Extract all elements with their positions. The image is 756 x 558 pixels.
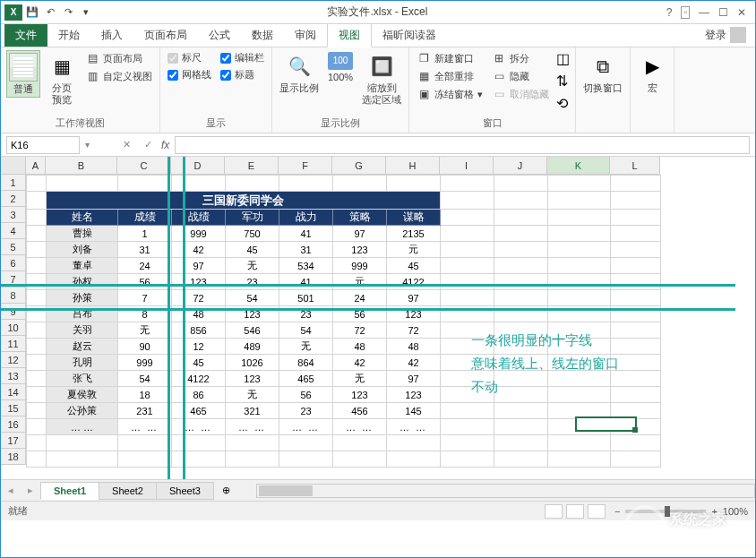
row-header-14[interactable]: 14 (1, 384, 26, 400)
cell[interactable]: 关羽 (47, 322, 118, 339)
row-header-11[interactable]: 11 (1, 336, 26, 352)
cell[interactable]: 战力 (279, 210, 333, 226)
cell[interactable] (548, 290, 611, 306)
column-header-A[interactable]: A (26, 157, 46, 175)
column-header-L[interactable]: L (610, 157, 660, 175)
cell[interactable]: 86 (172, 387, 226, 403)
cell[interactable]: 谋略 (387, 210, 441, 226)
cell[interactable] (611, 451, 661, 468)
cell[interactable] (27, 306, 47, 322)
cell[interactable]: 1 (118, 226, 172, 242)
row-header-6[interactable]: 6 (1, 255, 26, 271)
cell[interactable] (611, 242, 661, 258)
row-header-15[interactable]: 15 (1, 400, 26, 416)
cell[interactable] (279, 176, 333, 192)
cell[interactable]: 145 (387, 403, 441, 419)
cell[interactable] (494, 210, 548, 226)
cell[interactable] (226, 176, 279, 192)
cell[interactable]: 24 (118, 258, 172, 274)
tab-home[interactable]: 开始 (47, 24, 90, 47)
cell[interactable]: 董卓 (47, 258, 118, 274)
ruler-checkbox[interactable]: 标尺 (166, 50, 213, 65)
cell[interactable]: 夏侯敦 (47, 387, 118, 403)
cell[interactable] (611, 435, 661, 451)
cell[interactable]: 456 (333, 403, 387, 419)
cell[interactable]: 999 (172, 226, 226, 242)
zoom-button[interactable]: 🔍显示比例 (278, 50, 321, 96)
select-all-corner[interactable] (1, 157, 26, 175)
cell[interactable] (548, 258, 611, 274)
cell[interactable]: 42 (387, 355, 441, 371)
cell[interactable]: … … (172, 419, 226, 435)
cell[interactable]: 曹操 (47, 226, 118, 242)
cell[interactable]: 54 (226, 290, 279, 306)
cell[interactable]: 4122 (172, 371, 226, 387)
cell[interactable]: 72 (333, 322, 387, 339)
cell[interactable]: … … (47, 419, 118, 435)
cell[interactable] (611, 290, 661, 306)
cell[interactable]: 864 (279, 355, 333, 371)
cell[interactable] (548, 192, 611, 210)
cell[interactable] (494, 419, 548, 435)
cell[interactable]: 三国新委同学会 (47, 192, 441, 210)
cell[interactable]: 48 (387, 339, 441, 355)
column-header-J[interactable]: J (494, 157, 547, 175)
row-header-4[interactable]: 4 (1, 223, 26, 239)
row-header-10[interactable]: 10 (1, 320, 26, 336)
cell[interactable] (611, 419, 661, 435)
cell[interactable]: 1026 (226, 355, 279, 371)
sheet-tab-3[interactable]: Sheet3 (156, 482, 214, 500)
cell[interactable]: 48 (333, 339, 387, 355)
cell[interactable] (611, 274, 661, 290)
cell[interactable]: 123 (226, 306, 279, 322)
cell[interactable] (441, 176, 494, 192)
cell[interactable] (441, 242, 494, 258)
cell[interactable]: 孙策 (47, 290, 118, 306)
cell[interactable]: 72 (172, 290, 226, 306)
cell[interactable] (172, 435, 226, 451)
cell[interactable]: 12 (172, 339, 226, 355)
cell[interactable] (333, 451, 387, 468)
cell[interactable]: 501 (279, 290, 333, 306)
cell[interactable]: 97 (387, 371, 441, 387)
cell[interactable]: 战绩 (172, 210, 226, 226)
zoom-slider[interactable] (625, 510, 706, 513)
page-layout-button[interactable]: ▤页面布局 (83, 50, 154, 66)
login-button[interactable]: 登录 (696, 23, 755, 47)
cell[interactable]: 856 (172, 322, 226, 339)
cell[interactable] (548, 403, 611, 419)
qat-customize-icon[interactable]: ▾ (78, 4, 94, 21)
cell[interactable] (441, 403, 494, 419)
cell[interactable]: 成绩 (118, 210, 172, 226)
cell[interactable]: 31 (279, 242, 333, 258)
cell[interactable]: 2135 (387, 226, 441, 242)
cell[interactable]: 23 (279, 306, 333, 322)
tab-foxit[interactable]: 福昕阅读器 (372, 24, 447, 47)
cell[interactable] (27, 274, 47, 290)
cell[interactable] (172, 176, 226, 192)
add-sheet-button[interactable]: ⊕ (213, 482, 239, 499)
help-icon[interactable]: ? (666, 6, 673, 19)
cell[interactable] (27, 339, 47, 355)
tab-review[interactable]: 审阅 (284, 24, 327, 47)
cell[interactable] (494, 242, 548, 258)
custom-views-button[interactable]: ▥自定义视图 (83, 68, 154, 84)
zoom-100-button[interactable]: 100100% (326, 50, 355, 85)
cell[interactable]: 546 (226, 322, 279, 339)
cell[interactable] (27, 419, 47, 435)
row-header-8[interactable]: 8 (1, 288, 26, 304)
column-header-C[interactable]: C (117, 157, 171, 175)
cell[interactable]: 45 (172, 355, 226, 371)
formula-bar-checkbox[interactable]: 编辑栏 (219, 50, 266, 65)
cell[interactable] (611, 306, 661, 322)
row-header-12[interactable]: 12 (1, 352, 26, 368)
cell[interactable] (611, 176, 661, 192)
cell[interactable]: … … (279, 419, 333, 435)
row-header-13[interactable]: 13 (1, 368, 26, 384)
close-icon[interactable]: ✕ (737, 6, 746, 19)
cell[interactable] (27, 355, 47, 371)
cell[interactable]: 无 (333, 371, 387, 387)
column-header-F[interactable]: F (279, 157, 332, 175)
cell[interactable]: … … (333, 419, 387, 435)
cell[interactable] (494, 403, 548, 419)
